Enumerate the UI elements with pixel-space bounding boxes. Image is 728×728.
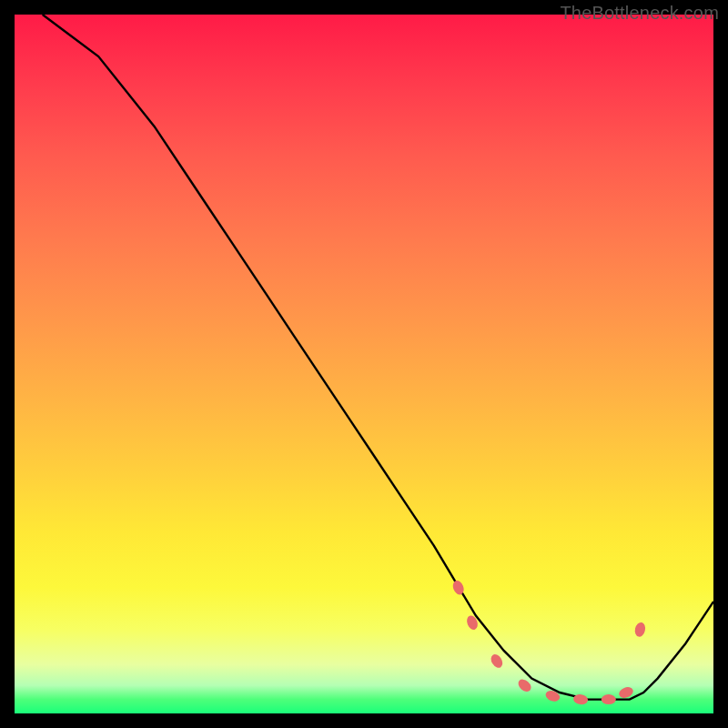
chart-svg xyxy=(15,15,713,713)
marker-dot xyxy=(516,677,533,694)
curve-line xyxy=(43,15,713,700)
marker-dot xyxy=(489,652,505,670)
marker-dot xyxy=(633,622,646,638)
watermark-text: TheBottleneck.com xyxy=(560,3,719,24)
chart-plot-area xyxy=(15,15,713,713)
marker-dot xyxy=(602,694,616,704)
